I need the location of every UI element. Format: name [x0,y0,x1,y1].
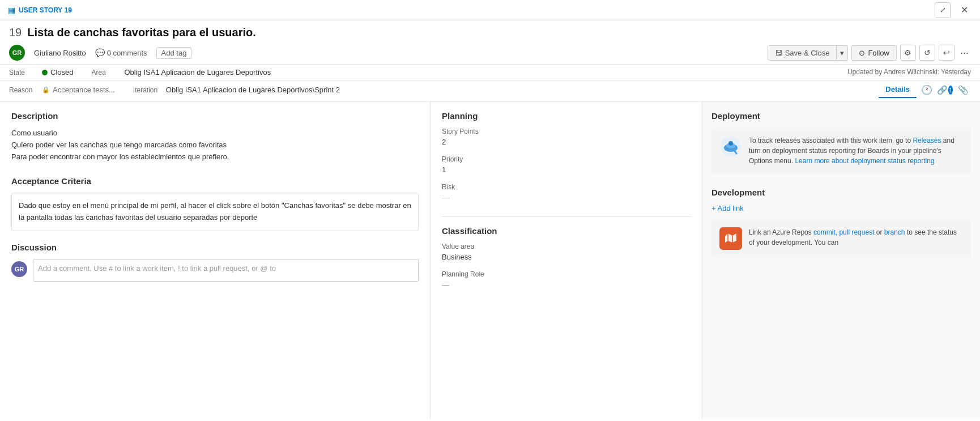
planning-title: Planning [442,111,691,121]
save-close-button[interactable]: 🖫 Save & Close [768,46,837,60]
title-bar-right: ⤢ ✕ [935,2,972,18]
title-bar: ▦ USER STORY 19 ⤢ ✕ [0,0,980,20]
azure-repos-icon [719,227,742,250]
fields-row: State Closed Area Oblig ISA1 Aplicacion … [0,65,980,80]
tab-links-button[interactable]: 🔗 1 [937,82,953,98]
tab-attachments-button[interactable]: 📎 [955,82,971,98]
refresh-button[interactable]: ↺ [919,45,935,61]
deployment-icon [719,135,742,166]
more-options-button[interactable]: ··· [958,47,971,59]
iteration-field-group: Iteration Oblig ISA1 Aplicacion de Lugar… [133,82,340,98]
planning-role-label: Planning Role [442,270,691,278]
follow-icon: ⊙ [859,49,865,57]
add-link-button[interactable]: + Add link [711,204,971,212]
add-tag-button[interactable]: Add tag [156,47,192,59]
planning-role-value[interactable]: — [442,279,691,290]
value-area-field: Value area Business [442,243,691,262]
area-label: Area [91,69,120,76]
main-content: Description Como usuario Quiero poder ve… [0,102,980,419]
area-value[interactable]: Oblig ISA1 Aplicacion de Lugares Deporti… [124,68,271,76]
save-icon: 🖫 [775,49,782,57]
svg-point-3 [728,141,733,146]
reason-label: Reason [9,86,37,94]
save-close-dropdown-button[interactable]: ▾ [836,46,847,60]
discussion-section: Discussion GR Add a comment. Use # to li… [11,243,419,282]
expand-icon: ⤢ [940,6,946,14]
value-area-value[interactable]: Business [442,252,691,262]
right-panel: Deployment To track releases associated … [702,102,980,419]
value-area-label: Value area [442,243,691,250]
header-actions: 🖫 Save & Close ▾ ⊙ Follow ⚙ ↺ ↩ ·· [768,45,971,61]
releases-link[interactable]: Releases [913,137,941,144]
branch-link[interactable]: branch [884,228,905,236]
lock-icon: 🔒 [42,86,50,93]
classification-section: Classification Value area Business Plann… [442,226,691,290]
reason-iteration-row: Reason 🔒 Acceptance tests... Iteration O… [0,80,980,102]
priority-value[interactable]: 1 [442,164,691,175]
comment-input[interactable]: Add a comment. Use # to link a work item… [33,259,419,282]
priority-label: Priority [442,155,691,163]
status-dot [42,70,48,75]
refresh-icon: ↺ [924,48,931,57]
undo-button[interactable]: ↩ [939,45,955,61]
risk-value[interactable]: — [442,192,691,203]
acceptance-criteria-body: Dado que estoy en el menú principal de m… [11,193,419,231]
comments-count: 0 comments [107,49,147,57]
development-title: Development [711,188,971,197]
left-panel: Description Como usuario Quiero poder ve… [0,102,431,419]
ellipsis-icon: ··· [960,47,969,58]
chevron-down-icon: ▾ [840,49,844,57]
header-meta: GR Giuliano Rositto 💬 0 comments Add tag… [9,45,971,61]
state-field-group: State Closed [9,68,73,76]
links-badge: 1 [948,86,953,95]
state-label: State [9,69,37,76]
story-points-field: Story Points 2 [442,127,691,147]
paperclip-icon: 📎 [958,85,969,95]
author-name: Giuliano Rositto [34,49,86,57]
iteration-label: Iteration [133,86,161,94]
planning-section: Planning Story Points 2 Priority 1 Risk … [442,111,691,203]
development-box: Link an Azure Repos commit, pull request… [711,219,971,258]
tab-history-button[interactable]: 🕐 [919,82,935,98]
settings-button[interactable]: ⚙ [900,45,916,61]
priority-field: Priority 1 [442,155,691,175]
updated-info: Updated by Andres Wilchinski: Yesterday [847,68,971,76]
comment-icon: 💬 [95,48,105,57]
divider [442,216,691,217]
tabs-container: Details 🕐 🔗 1 📎 [879,82,971,98]
title-bar-left: ▦ USER STORY 19 [8,6,72,15]
state-value[interactable]: Closed [42,68,73,76]
link-icon: 🔗 [937,85,948,95]
deployment-text: To track releases associated with this w… [749,135,963,166]
development-section: Development + Add link Link an Azure Rep… [711,188,971,258]
breadcrumb-link[interactable]: USER STORY 19 [19,6,72,14]
pull-request-link[interactable]: pull request [839,228,874,236]
description-body: Como usuario Quiero poder ver las cancha… [11,127,419,163]
work-item-header: 19 Lista de canchas favoritas para el us… [0,20,980,65]
deployment-box: To track releases associated with this w… [711,127,971,174]
follow-button[interactable]: ⊙ Follow [851,45,897,61]
reason-field-group: Reason 🔒 Acceptance tests... [9,82,115,98]
risk-field: Risk — [442,183,691,203]
description-section: Description Como usuario Quiero poder ve… [11,111,419,163]
tab-details[interactable]: Details [879,82,917,98]
story-points-label: Story Points [442,127,691,135]
gear-icon: ⚙ [904,48,911,57]
learn-more-link[interactable]: Learn more about deployment status repor… [795,157,934,165]
story-points-value[interactable]: 2 [442,137,691,147]
expand-button[interactable]: ⤢ [935,2,951,18]
iteration-value[interactable]: Oblig ISA1 Aplicacion de Lugares Deporti… [166,86,340,94]
acceptance-criteria-title: Acceptance Criteria [11,176,419,186]
close-button[interactable]: ✕ [956,2,972,18]
area-field-group: Area Oblig ISA1 Aplicacion de Lugares De… [91,68,271,76]
comment-input-area: GR Add a comment. Use # to link a work i… [11,259,419,282]
classification-title: Classification [442,226,691,236]
comments-button[interactable]: 💬 0 comments [95,48,147,57]
save-close-group: 🖫 Save & Close ▾ [768,45,849,61]
reason-value[interactable]: 🔒 Acceptance tests... [42,86,115,94]
commit-link[interactable]: commit, [813,228,837,236]
undo-icon: ↩ [943,48,950,57]
planning-role-field: Planning Role — [442,270,691,290]
acceptance-criteria-section: Acceptance Criteria Dado que estoy en el… [11,176,419,231]
development-text: Link an Azure Repos commit, pull request… [749,227,963,250]
